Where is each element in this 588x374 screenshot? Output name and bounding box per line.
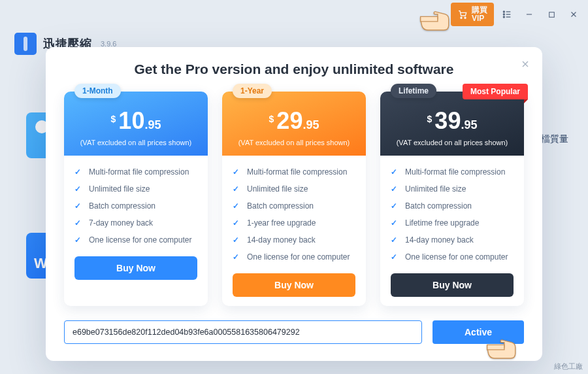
buy-now-button[interactable]: Buy Now: [74, 256, 197, 280]
price-dec: .95: [461, 118, 477, 131]
feature-list: ✓Multi-format file compression ✓Unlimite…: [64, 156, 208, 252]
feature-item: One license for one computer: [247, 252, 350, 262]
check-icon: ✓: [391, 184, 400, 194]
feature-item: Lifetime free upgrade: [405, 218, 479, 228]
plan-badge: Lifetime: [391, 84, 436, 98]
check-icon: ✓: [391, 167, 400, 177]
check-icon: ✓: [74, 235, 84, 245]
buy-now-button[interactable]: Buy Now: [391, 273, 514, 297]
watermark: 綠色工廠: [554, 362, 583, 371]
buy-now-button[interactable]: Buy Now: [233, 273, 355, 297]
feature-item: Batch compression: [247, 201, 314, 211]
vat-note: (VAT excluded on all prices shown): [229, 139, 359, 146]
check-icon: ✓: [233, 252, 242, 262]
price-dec: .95: [144, 118, 161, 131]
feature-item: One license for one computer: [405, 252, 508, 262]
feature-item: Batch compression: [89, 201, 155, 211]
check-icon: ✓: [233, 201, 242, 211]
check-icon: ✓: [391, 235, 400, 245]
feature-list: ✓Multi-format file compression ✓Unlimite…: [222, 156, 366, 269]
license-row: Active: [64, 320, 524, 344]
check-icon: ✓: [391, 252, 400, 262]
feature-item: Unlimited file size: [89, 184, 150, 194]
feature-item: 7-day money back: [89, 218, 153, 228]
price-int: 10: [118, 107, 144, 134]
vat-note: (VAT excluded on all prices shown): [387, 139, 517, 146]
check-icon: ✓: [74, 201, 84, 211]
check-icon: ✓: [74, 184, 84, 194]
feature-item: Multi-format file compression: [405, 167, 505, 177]
plan-badge: 1-Month: [74, 84, 121, 98]
license-key-input[interactable]: [64, 320, 422, 344]
feature-item: Unlimited file size: [405, 184, 466, 194]
feature-item: Multi-format file compression: [247, 167, 347, 177]
feature-item: One license for one computer: [89, 235, 191, 245]
feature-item: Batch compression: [405, 201, 472, 211]
check-icon: ✓: [74, 167, 84, 177]
modal-close-button[interactable]: [520, 59, 531, 73]
check-icon: ✓: [233, 167, 242, 177]
plan-1month: 1-Month $10.95 (VAT excluded on all pric…: [64, 92, 208, 306]
plan-badge: 1-Year: [233, 84, 272, 98]
currency: $: [269, 114, 274, 124]
currency: $: [111, 114, 116, 124]
feature-item: 14-day money back: [247, 235, 316, 245]
upgrade-modal: Get the Pro version and enjoy unlimited …: [46, 47, 542, 361]
price-dec: .95: [302, 118, 319, 131]
feature-item: 14-day money back: [405, 235, 474, 245]
check-icon: ✓: [391, 218, 400, 228]
check-icon: ✓: [391, 201, 400, 211]
most-popular-ribbon: Most Popular: [463, 84, 528, 99]
check-icon: ✓: [74, 218, 84, 228]
price-int: 29: [276, 107, 302, 134]
check-icon: ✓: [233, 184, 242, 194]
plan-price-head: $29.95 (VAT excluded on all prices shown…: [222, 92, 366, 156]
plan-lifetime: Lifetime Most Popular $39.95 (VAT exclud…: [380, 92, 524, 306]
vat-note: (VAT excluded on all prices shown): [71, 139, 201, 146]
feature-item: Multi-format file compression: [89, 167, 189, 177]
price-int: 39: [434, 107, 461, 134]
plan-price-head: $39.95 (VAT excluded on all prices shown…: [380, 92, 524, 156]
plan-1year: 1-Year $29.95 (VAT excluded on all price…: [222, 92, 366, 306]
pricing-plans: 1-Month $10.95 (VAT excluded on all pric…: [64, 92, 524, 306]
feature-item: Unlimited file size: [247, 184, 308, 194]
check-icon: ✓: [233, 218, 242, 228]
feature-list: ✓Multi-format file compression ✓Unlimite…: [380, 156, 524, 269]
currency: $: [427, 114, 433, 124]
plan-price-head: $10.95 (VAT excluded on all prices shown…: [64, 92, 208, 156]
activate-button[interactable]: Active: [433, 320, 524, 344]
check-icon: ✓: [233, 235, 242, 245]
feature-item: 1-year free upgrade: [247, 218, 316, 228]
modal-title: Get the Pro version and enjoy unlimited …: [64, 61, 524, 77]
